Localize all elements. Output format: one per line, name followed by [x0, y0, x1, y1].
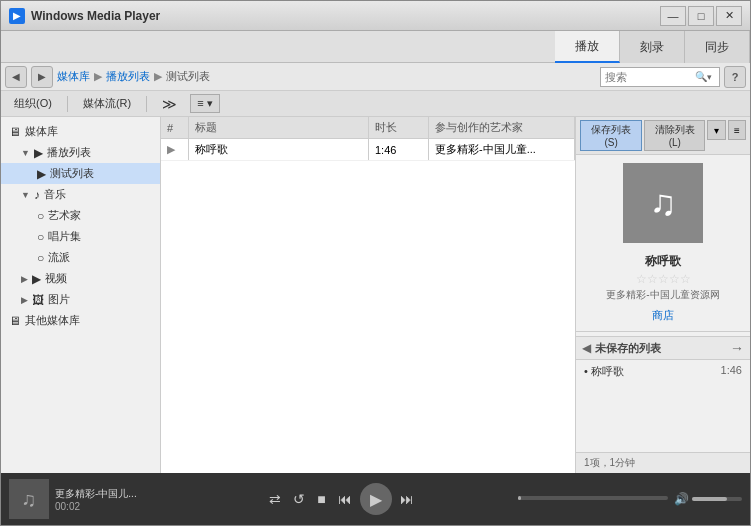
track-rating[interactable]: ☆☆☆☆☆: [584, 272, 742, 286]
playlist-next-icon[interactable]: →: [730, 340, 744, 356]
repeat-button[interactable]: ↺: [289, 489, 309, 509]
sidebar-item-genres[interactable]: ○ 流派: [1, 247, 160, 268]
tab-burn[interactable]: 刻录: [620, 31, 685, 63]
library-icon: 🖥: [9, 125, 21, 139]
top-tabs: 播放 刻录 同步: [1, 31, 750, 63]
menu-bar: 组织(O) 媒体流(R) ≫ ≡ ▾: [1, 91, 750, 117]
menu-dropdown[interactable]: ≫: [153, 93, 186, 115]
sidebar: 🖥 媒体库 ▼ ▶ 播放列表 ▶ 测试列表 ▼ ♪ 音乐 ○ 艺术家: [1, 117, 161, 473]
expand-icon-video: ▶: [21, 274, 28, 284]
window-title: Windows Media Player: [31, 9, 660, 23]
playlist-track-duration: 1:46: [721, 364, 742, 379]
main-content: 🖥 媒体库 ▼ ▶ 播放列表 ▶ 测试列表 ▼ ♪ 音乐 ○ 艺术家: [1, 117, 750, 473]
breadcrumb-library[interactable]: 媒体库: [57, 69, 90, 84]
genres-icon: ○: [37, 251, 44, 265]
view-toggle-button[interactable]: ≡ ▾: [190, 94, 219, 113]
sidebar-label-artists: 艺术家: [48, 208, 81, 223]
playlist-track-title: • 称呼歌: [584, 364, 624, 379]
track-list: ▶ 称呼歌 1:46 更多精彩-中国儿童...: [161, 139, 575, 473]
testlist-icon: ▶: [37, 167, 46, 181]
tab-play[interactable]: 播放: [555, 31, 620, 63]
progress-bar[interactable]: [518, 496, 668, 500]
volume-fill: [692, 497, 727, 501]
sidebar-label-testlist: 测试列表: [50, 166, 94, 181]
forward-button[interactable]: ▶: [31, 66, 53, 88]
list-item[interactable]: • 称呼歌 1:46: [576, 362, 750, 381]
sidebar-item-video[interactable]: ▶ ▶ 视频: [1, 268, 160, 289]
artists-icon: ○: [37, 209, 44, 223]
sidebar-item-artists[interactable]: ○ 艺术家: [1, 205, 160, 226]
right-options-icon[interactable]: ▾: [707, 120, 725, 140]
volume-icon[interactable]: 🔊: [674, 492, 689, 506]
row-duration: 1:46: [369, 139, 429, 160]
search-box: 🔍 ▾: [600, 67, 720, 87]
close-button[interactable]: ✕: [716, 6, 742, 26]
col-header-title: 标题: [189, 117, 369, 138]
breadcrumb: 媒体库 ▶ 播放列表 ▶ 测试列表: [57, 69, 210, 84]
row-num: ▶: [161, 139, 189, 160]
main-window: ▶ Windows Media Player — □ ✕ 播放 刻录 同步 ◀ …: [0, 0, 751, 526]
music-note-icon: ♫: [650, 182, 677, 224]
progress-area[interactable]: [518, 496, 668, 502]
track-title: 称呼歌: [584, 253, 742, 270]
breadcrumb-playlist[interactable]: 播放列表: [106, 69, 150, 84]
help-button[interactable]: ?: [724, 66, 746, 88]
play-button[interactable]: ▶: [360, 483, 392, 515]
title-bar: ▶ Windows Media Player — □ ✕: [1, 1, 750, 31]
table-row[interactable]: ▶ 称呼歌 1:46 更多精彩-中国儿童...: [161, 139, 575, 161]
video-icon: ▶: [32, 272, 41, 286]
playlist-items: • 称呼歌 1:46: [576, 360, 750, 452]
player-thumbnail: ♫: [9, 479, 49, 519]
back-button[interactable]: ◀: [5, 66, 27, 88]
center-area: # 标题 时长 参与创作的艺术家 ▶ 称呼歌 1:46 更多精彩-中国儿童...: [161, 117, 575, 473]
album-art: ♫: [623, 163, 703, 243]
sidebar-label-other: 其他媒体库: [25, 313, 80, 328]
player-track-info: 更多精彩-中国儿... 00:02: [55, 487, 165, 512]
shuffle-button[interactable]: ⇄: [265, 489, 285, 509]
clear-list-button[interactable]: 清除列表(L): [644, 120, 705, 151]
panel-divider: [576, 331, 750, 332]
volume-bar[interactable]: [692, 497, 742, 501]
expand-icon-playlists: ▼: [21, 148, 30, 158]
playlist-header: ◀ 未保存的列表 →: [576, 336, 750, 360]
save-list-button[interactable]: 保存列表(S): [580, 120, 642, 151]
shop-link[interactable]: 商店: [576, 304, 750, 327]
prev-button[interactable]: ⏮: [334, 489, 356, 509]
row-artist: 更多精彩-中国儿童...: [429, 139, 575, 160]
menu-organize[interactable]: 组织(O): [5, 93, 61, 114]
menu-separator1: [67, 96, 68, 112]
sidebar-item-library[interactable]: 🖥 媒体库: [1, 121, 160, 142]
sidebar-item-music[interactable]: ▼ ♪ 音乐: [1, 184, 160, 205]
sidebar-item-albums[interactable]: ○ 唱片集: [1, 226, 160, 247]
minimize-button[interactable]: —: [660, 6, 686, 26]
sidebar-item-pictures[interactable]: ▶ 🖼 图片: [1, 289, 160, 310]
breadcrumb-current: 测试列表: [166, 69, 210, 84]
list-header: # 标题 时长 参与创作的艺术家: [161, 117, 575, 139]
row-title: 称呼歌: [189, 139, 369, 160]
next-button[interactable]: ⏭: [396, 489, 418, 509]
music-icon: ♪: [34, 188, 40, 202]
window-controls: — □ ✕: [660, 6, 742, 26]
tab-sync[interactable]: 同步: [685, 31, 750, 63]
sidebar-label-playlists: 播放列表: [47, 145, 91, 160]
albums-icon: ○: [37, 230, 44, 244]
sidebar-item-playlists[interactable]: ▼ ▶ 播放列表: [1, 142, 160, 163]
breadcrumb-sep1: ▶: [94, 70, 102, 83]
right-more-icon[interactable]: ≡: [728, 120, 746, 140]
maximize-button[interactable]: □: [688, 6, 714, 26]
sidebar-item-other-libraries[interactable]: 🖥 其他媒体库: [1, 310, 160, 331]
sidebar-label-library: 媒体库: [25, 124, 58, 139]
right-panel: 保存列表(S) 清除列表(L) ▾ ≡ ♫ 称呼歌 ☆☆☆☆☆ 更多精彩-中国儿…: [575, 117, 750, 473]
sidebar-item-test-list[interactable]: ▶ 测试列表: [1, 163, 160, 184]
collapse-icon[interactable]: ◀: [582, 341, 591, 355]
expand-icon-music: ▼: [21, 190, 30, 200]
player-controls: ⇄ ↺ ■ ⏮ ▶ ⏭: [171, 483, 512, 515]
menu-media-stream[interactable]: 媒体流(R): [74, 93, 140, 114]
progress-fill: [518, 496, 521, 500]
search-dropdown-icon[interactable]: ▾: [707, 72, 712, 82]
stop-button[interactable]: ■: [313, 489, 329, 509]
search-icon[interactable]: 🔍: [695, 71, 707, 82]
pictures-icon: 🖼: [32, 293, 44, 307]
search-input[interactable]: [605, 71, 695, 83]
playlist-title: 未保存的列表: [595, 341, 730, 356]
